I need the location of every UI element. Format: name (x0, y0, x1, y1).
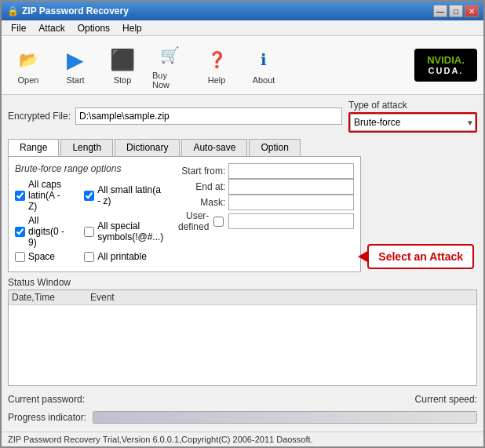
attack-row: Type of attack Brute-force Dictionary Sm… (348, 100, 477, 133)
checkbox-small[interactable]: All small latin(a - z) (84, 179, 163, 212)
nvidia-brand: NVIDIA. (427, 54, 465, 67)
progress-bar (93, 411, 477, 424)
close-button[interactable]: ✕ (465, 5, 479, 17)
about-button[interactable]: ℹ About (243, 44, 284, 86)
start-from-label: Start from: (170, 166, 225, 177)
option-start-from: Start from: (170, 163, 354, 179)
progress-label: Progress indicator: (8, 412, 86, 423)
buy-label: Buy Now (152, 71, 187, 89)
tab-autosave[interactable]: Auto-save (181, 139, 247, 156)
footer-text: ZIP Password Recovery Trial,Version 6.0.… (8, 435, 313, 444)
help-button[interactable]: ❓ Help (196, 44, 237, 86)
status-table: Date,Time Event (8, 290, 477, 386)
option-mask: Mask: (170, 195, 354, 210)
checkbox-printable[interactable]: All printable (84, 251, 163, 262)
menu-help[interactable]: Help (116, 21, 148, 35)
tab-bar-wrap: Range Length Dictionary Auto-save Option… (8, 137, 361, 272)
checkbox-caps-label: All caps latin(A - Z) (28, 179, 71, 212)
minimize-button[interactable]: — (433, 5, 447, 17)
app-icon: 🔒 (6, 5, 19, 17)
mask-input[interactable] (228, 195, 354, 210)
open-button[interactable]: 📂 Open (8, 44, 49, 86)
tab-option[interactable]: Option (249, 139, 300, 156)
status-footer: ZIP Password Recovery Trial,Version 6.0.… (2, 432, 483, 446)
progress-row: Progress indicator: (8, 411, 477, 427)
callout-box: Select an Attack (367, 244, 474, 269)
status-section: Status Window Date,Time Event (8, 277, 477, 386)
main-content: Encrypted File: Type of attack Brute-for… (2, 95, 483, 432)
status-label: Status Window (8, 277, 477, 288)
menu-options[interactable]: Options (71, 21, 116, 35)
start-button[interactable]: ▶ Start (55, 44, 96, 86)
stop-button[interactable]: ⬛ Stop (102, 44, 143, 86)
bottom-info: Current password: Current speed: (8, 391, 477, 406)
tabs-and-callout: Range Length Dictionary Auto-save Option… (8, 137, 477, 272)
buy-button[interactable]: 🛒 Buy Now (149, 39, 190, 91)
buy-icon: 🛒 (155, 41, 184, 69)
current-speed-label: Current speed: (415, 394, 477, 405)
help-label: Help (208, 75, 226, 85)
start-from-input[interactable] (228, 163, 354, 179)
open-icon: 📂 (14, 46, 42, 74)
checkbox-special[interactable]: All special symbols(!@#...) (84, 215, 163, 248)
about-label: About (253, 75, 275, 85)
user-defined-label: User-defined (170, 210, 209, 232)
end-at-label: End at: (170, 181, 225, 192)
file-row: Encrypted File: (8, 107, 342, 125)
maximize-button[interactable]: □ (449, 5, 463, 17)
callout-text: Select an Attack (378, 250, 463, 263)
help-icon: ❓ (202, 46, 231, 74)
checkbox-small-input[interactable] (84, 191, 94, 201)
attack-select-wrap: Brute-force Dictionary Smart-force ▼ (348, 112, 477, 133)
nvidia-logo: NVIDIA. CUDA. (414, 49, 477, 82)
tab-length[interactable]: Length (60, 139, 113, 156)
top-row: Encrypted File: Type of attack Brute-for… (8, 100, 477, 133)
status-col-event: Event (90, 292, 115, 303)
about-icon: ℹ (250, 46, 278, 74)
callout-area: Select an Attack (367, 239, 477, 269)
callout-arrow-icon (358, 250, 369, 263)
nvidia-product: CUDA. (428, 66, 464, 76)
right-options: Start from: End at: Mask: (170, 163, 354, 265)
checkbox-printable-input[interactable] (84, 252, 94, 262)
start-icon: ▶ (61, 46, 89, 74)
tab-dictionary[interactable]: Dictionary (115, 139, 180, 156)
checkbox-printable-label: All printable (97, 251, 147, 262)
checkbox-digits-input[interactable] (15, 227, 25, 237)
file-input[interactable] (75, 107, 342, 125)
option-end-at: End at: (170, 179, 354, 195)
checkbox-special-input[interactable] (84, 227, 94, 237)
checkbox-caps[interactable]: All caps latin(A - Z) (15, 179, 71, 212)
checkbox-special-label: All special symbols(!@#...) (97, 220, 163, 242)
menu-attack[interactable]: Attack (32, 21, 71, 35)
checkbox-digits[interactable]: All digits(0 - 9) (15, 215, 71, 248)
checkbox-digits-label: All digits(0 - 9) (28, 215, 71, 248)
title-bar: 🔒 ZIP Password Recovery — □ ✕ (2, 2, 483, 20)
menu-bar: File Attack Options Help (2, 20, 483, 36)
checkboxes-grid: All caps latin(A - Z) All small latin(a … (15, 179, 163, 262)
mask-label: Mask: (170, 197, 225, 208)
status-header: Date,Time Event (9, 290, 476, 305)
tab-body: Brute-force range options All caps latin… (15, 163, 354, 265)
end-at-input[interactable] (228, 179, 354, 195)
option-user-defined: User-defined (170, 210, 354, 232)
brute-force-section-title: Brute-force range options (15, 163, 163, 174)
checkbox-space-input[interactable] (15, 252, 25, 262)
title-bar-left: 🔒 ZIP Password Recovery (6, 5, 129, 17)
file-label: Encrypted File: (8, 111, 71, 122)
menu-file[interactable]: File (5, 21, 32, 35)
tab-bar: Range Length Dictionary Auto-save Option (8, 139, 361, 157)
checkbox-space[interactable]: Space (15, 251, 71, 262)
checkbox-caps-input[interactable] (15, 191, 25, 201)
window-title: ZIP Password Recovery (22, 5, 129, 16)
current-password-label: Current password: (8, 394, 85, 405)
left-checks: Brute-force range options All caps latin… (15, 163, 163, 265)
start-label: Start (66, 75, 84, 85)
tab-range[interactable]: Range (8, 139, 59, 156)
attack-select[interactable]: Brute-force Dictionary Smart-force (350, 114, 476, 131)
user-defined-checkbox[interactable] (213, 217, 224, 227)
main-window: 🔒 ZIP Password Recovery — □ ✕ File Attac… (0, 0, 485, 448)
open-label: Open (18, 75, 39, 85)
status-col-datetime: Date,Time (12, 292, 90, 303)
user-defined-input[interactable] (228, 213, 354, 229)
